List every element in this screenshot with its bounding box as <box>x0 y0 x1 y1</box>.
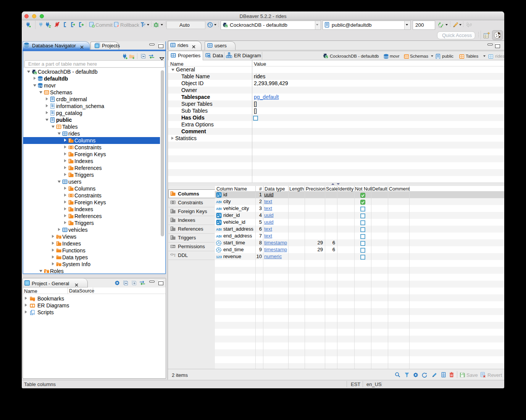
svg-text:<>: <> <box>208 56 211 58</box>
svg-text:123: 123 <box>216 255 222 258</box>
svg-text:V: V <box>58 236 60 239</box>
svg-text:ABC: ABC <box>216 200 222 204</box>
svg-text:ABC: ABC <box>216 227 222 231</box>
svg-text:ABC: ABC <box>216 234 222 238</box>
svg-text:T: T <box>174 253 176 257</box>
svg-text:ABC: ABC <box>216 207 222 210</box>
